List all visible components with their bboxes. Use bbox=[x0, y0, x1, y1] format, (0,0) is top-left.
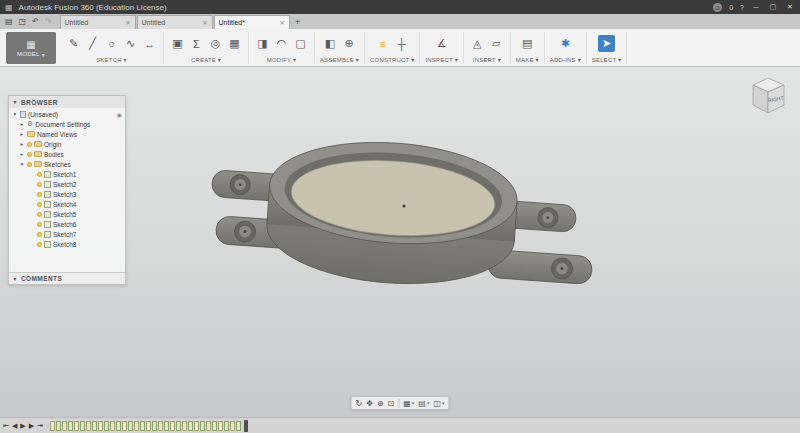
new-component-icon[interactable]: ◧ bbox=[322, 35, 339, 52]
visibility-bulb-icon[interactable] bbox=[37, 222, 42, 227]
timeline-feature-sketch[interactable] bbox=[176, 421, 181, 431]
timeline-position-marker[interactable] bbox=[244, 420, 248, 432]
browser-collapse-icon[interactable]: ▾ bbox=[12, 99, 18, 105]
browser-item-sketch2[interactable]: Sketch2 bbox=[9, 179, 125, 189]
expand-arrow-icon[interactable]: ▾ bbox=[12, 111, 18, 117]
file-menu-icon[interactable]: ▤ bbox=[5, 17, 13, 26]
expand-arrow-icon[interactable]: ▾ bbox=[19, 161, 25, 167]
toolbar-group-label[interactable]: SKETCH ▾ bbox=[96, 55, 127, 64]
timeline-feature-sketch[interactable] bbox=[224, 421, 229, 431]
timeline-feature-sketch[interactable] bbox=[62, 421, 67, 431]
extrude-icon[interactable]: ▣ bbox=[169, 35, 186, 52]
scripts-addins-icon[interactable]: ✱ bbox=[557, 35, 574, 52]
joint-icon[interactable]: ⊕ bbox=[341, 35, 358, 52]
visibility-bulb-icon[interactable] bbox=[37, 212, 42, 217]
create-sketch-icon[interactable]: ✎ bbox=[65, 35, 82, 52]
visibility-bulb-icon[interactable] bbox=[37, 202, 42, 207]
app-grid-icon[interactable]: ▦ bbox=[5, 3, 13, 12]
go-to-end-icon[interactable]: ⇥ bbox=[37, 422, 43, 430]
timeline-feature-sketch[interactable] bbox=[86, 421, 91, 431]
timeline-feature-sketch[interactable] bbox=[110, 421, 115, 431]
activate-radio-icon[interactable]: ◉ bbox=[117, 111, 122, 118]
visibility-bulb-icon[interactable] bbox=[37, 192, 42, 197]
timeline-feature-sketch[interactable] bbox=[74, 421, 79, 431]
visibility-bulb-icon[interactable] bbox=[37, 232, 42, 237]
expand-arrow-icon[interactable]: ▸ bbox=[19, 151, 25, 157]
browser-item-documentsettings[interactable]: ▸⚙Document Settings bbox=[9, 119, 125, 129]
toolbar-group-label[interactable]: MODIFY ▾ bbox=[267, 55, 297, 64]
save-icon[interactable]: ◳ bbox=[19, 17, 27, 26]
timeline-feature-sketch[interactable] bbox=[122, 421, 127, 431]
timeline-feature-sketch[interactable] bbox=[140, 421, 145, 431]
sketch-spline-icon[interactable]: ∿ bbox=[122, 35, 139, 52]
toolbar-group-label[interactable]: ASSEMBLE ▾ bbox=[320, 55, 359, 64]
document-tab[interactable]: Untitled✕ bbox=[137, 15, 213, 29]
visibility-bulb-icon[interactable] bbox=[37, 242, 42, 247]
toolbar-group-label[interactable]: SELECT ▾ bbox=[592, 55, 622, 64]
maximize-button[interactable]: ▢ bbox=[768, 3, 778, 11]
tab-close-icon[interactable]: ✕ bbox=[126, 19, 131, 26]
timeline-feature-sketch[interactable] bbox=[182, 421, 187, 431]
undo-icon[interactable]: ↶ bbox=[32, 17, 39, 26]
browser-item-sketch3[interactable]: Sketch3 bbox=[9, 189, 125, 199]
timeline-feature-sketch[interactable] bbox=[212, 421, 217, 431]
expand-arrow-icon[interactable]: ▸ bbox=[19, 131, 25, 137]
timeline-feature-sketch[interactable] bbox=[98, 421, 103, 431]
help-icon[interactable]: ? bbox=[740, 4, 744, 11]
browser-item-sketch6[interactable]: Sketch6 bbox=[9, 219, 125, 229]
timeline-feature-sketch[interactable] bbox=[128, 421, 133, 431]
minimize-button[interactable]: ─ bbox=[751, 4, 761, 11]
timeline-feature-sketch[interactable] bbox=[152, 421, 157, 431]
insert-mesh-icon[interactable]: ◬ bbox=[469, 35, 486, 52]
browser-item-bodies[interactable]: ▸Bodies bbox=[9, 149, 125, 159]
timeline-feature-sketch[interactable] bbox=[146, 421, 151, 431]
browser-header[interactable]: ▾ BROWSER bbox=[9, 96, 125, 108]
timeline-feature-sketch[interactable] bbox=[218, 421, 223, 431]
timeline-feature-sketch[interactable] bbox=[236, 421, 241, 431]
create-form-icon[interactable]: Σ bbox=[188, 35, 205, 52]
timeline-feature-sketch[interactable] bbox=[194, 421, 199, 431]
go-to-start-icon[interactable]: ⇤ bbox=[3, 422, 9, 430]
press-pull-icon[interactable]: ◨ bbox=[254, 35, 271, 52]
timeline-feature-sketch[interactable] bbox=[92, 421, 97, 431]
new-tab-button[interactable]: + bbox=[291, 15, 305, 29]
notification-badge[interactable]: 0 bbox=[729, 4, 733, 11]
toolbar-group-label[interactable]: ADD-INS ▾ bbox=[550, 55, 581, 64]
fit-icon[interactable]: ⊡ bbox=[388, 399, 395, 408]
timeline-features-track[interactable] bbox=[50, 420, 248, 432]
document-tab[interactable]: Untitled*✕ bbox=[214, 15, 290, 29]
play-icon[interactable]: ▶ bbox=[20, 422, 25, 430]
make-3d-print-icon[interactable]: ▤ bbox=[519, 35, 536, 52]
toolbar-group-label[interactable]: CREATE ▾ bbox=[191, 55, 221, 64]
browser-item-sketch8[interactable]: Sketch8 bbox=[9, 239, 125, 249]
browser-item-unsaved[interactable]: ▾(Unsaved)◉ bbox=[9, 109, 125, 119]
timeline-feature-sketch[interactable] bbox=[80, 421, 85, 431]
pattern-icon[interactable]: ▦ bbox=[226, 35, 243, 52]
timeline-feature-sketch[interactable] bbox=[230, 421, 235, 431]
browser-item-sketch4[interactable]: Sketch4 bbox=[9, 199, 125, 209]
offset-plane-icon[interactable]: ≡ bbox=[374, 35, 391, 52]
measure-icon[interactable]: ∡ bbox=[433, 35, 450, 52]
browser-item-namedviews[interactable]: ▸Named Views bbox=[9, 129, 125, 139]
document-tab[interactable]: Untitled✕ bbox=[60, 15, 136, 29]
zoom-icon[interactable]: ⊕ bbox=[377, 399, 384, 408]
decal-icon[interactable]: ▱ bbox=[488, 35, 505, 52]
sketch-line-icon[interactable]: ╱ bbox=[84, 35, 101, 52]
orbit-icon[interactable]: ↻ bbox=[355, 399, 362, 408]
timeline-feature-sketch[interactable] bbox=[164, 421, 169, 431]
step-forward-icon[interactable]: ▶ bbox=[29, 422, 34, 430]
expand-arrow-icon[interactable]: ▸ bbox=[19, 141, 25, 147]
toolbar-group-label[interactable]: MAKE ▾ bbox=[516, 55, 539, 64]
visibility-bulb-icon[interactable] bbox=[37, 172, 42, 177]
expand-arrow-icon[interactable]: ▸ bbox=[19, 121, 25, 127]
visibility-bulb-icon[interactable] bbox=[37, 182, 42, 187]
visibility-bulb-icon[interactable] bbox=[27, 152, 32, 157]
sketch-dimension-icon[interactable]: ↔ bbox=[141, 35, 158, 52]
pan-icon[interactable]: ✥ bbox=[366, 399, 373, 408]
visibility-bulb-icon[interactable] bbox=[27, 142, 32, 147]
timeline-feature-sketch[interactable] bbox=[200, 421, 205, 431]
sketch-origin-point[interactable] bbox=[402, 204, 405, 207]
timeline-feature-sketch[interactable] bbox=[170, 421, 175, 431]
redo-icon[interactable]: ↷ bbox=[45, 17, 52, 26]
timeline-feature-sketch[interactable] bbox=[68, 421, 73, 431]
